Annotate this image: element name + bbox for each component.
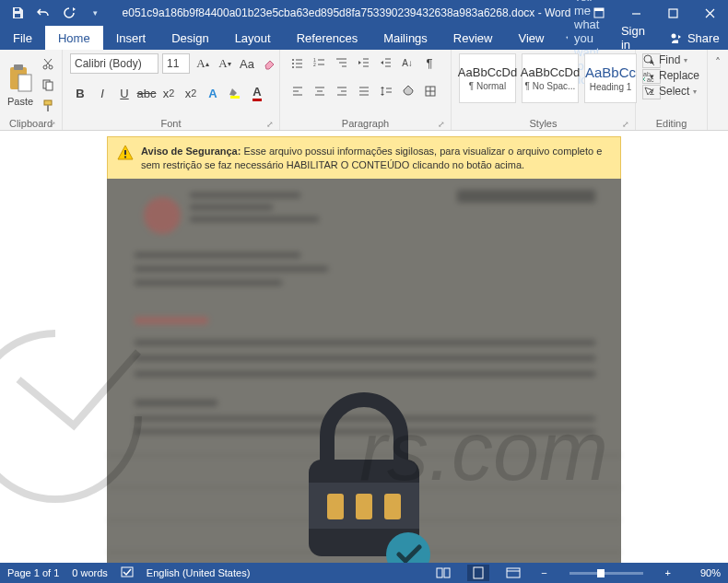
status-bar: Page 1 of 1 0 words English (United Stat… — [0, 563, 728, 583]
increase-indent-button[interactable] — [376, 53, 394, 72]
tab-layout[interactable]: Layout — [222, 26, 284, 50]
font-dialog-launcher[interactable]: ⤢ — [266, 120, 274, 129]
style-heading-1[interactable]: AaBbCcHeading 1 — [584, 53, 637, 103]
copy-button[interactable] — [39, 76, 57, 94]
clear-formatting-button[interactable] — [260, 54, 278, 73]
tab-view[interactable]: View — [505, 26, 557, 50]
svg-point-54 — [644, 55, 652, 63]
strikethrough-button[interactable]: abc — [136, 83, 157, 103]
view-read-mode[interactable] — [432, 565, 454, 581]
document-page[interactable] — [107, 179, 621, 563]
zoom-slider[interactable] — [569, 572, 643, 575]
status-words[interactable]: 0 words — [72, 567, 108, 578]
svg-rect-15 — [47, 105, 49, 111]
format-painter-icon — [41, 99, 54, 112]
minimize-button[interactable] — [617, 0, 654, 26]
tab-mailings[interactable]: Mailings — [370, 26, 440, 50]
sort-button[interactable]: A↓ — [398, 53, 417, 72]
tab-review[interactable]: Review — [440, 26, 506, 50]
lock-icon — [290, 391, 438, 563]
svg-rect-8 — [14, 64, 23, 70]
shading-button[interactable] — [398, 81, 418, 101]
numbering-button[interactable]: 12 — [310, 53, 328, 72]
save-button[interactable] — [6, 2, 29, 24]
underline-button[interactable]: U — [114, 83, 135, 103]
shading-icon — [402, 85, 415, 98]
bullets-button[interactable] — [288, 53, 306, 72]
svg-point-19 — [292, 66, 294, 68]
justify-button[interactable] — [354, 81, 374, 101]
replace-icon: abac — [643, 70, 655, 82]
svg-rect-68 — [437, 568, 442, 577]
share-label: Share — [687, 31, 720, 45]
replace-button[interactable]: abacReplace — [643, 69, 699, 82]
view-web-layout[interactable] — [502, 565, 524, 581]
tab-insert[interactable]: Insert — [103, 26, 159, 50]
tab-file[interactable]: File — [0, 26, 45, 50]
borders-icon — [424, 85, 437, 98]
superscript-button[interactable]: x2 — [181, 83, 201, 103]
ribbon-group-font: Calibri (Body) 11 A▴ A▾ Aa B I U abc x2 … — [63, 50, 280, 130]
shrink-font-button[interactable]: A▾ — [216, 54, 234, 73]
highlight-icon — [229, 87, 241, 99]
align-left-button[interactable] — [288, 81, 308, 101]
highlight-button[interactable] — [225, 83, 245, 103]
font-group-label: Font⤢ — [70, 116, 272, 129]
ribbon-group-styles: AaBbCcDd¶ Normal AaBbCcDd¶ No Spac... Aa… — [452, 50, 636, 130]
redo-button[interactable] — [57, 2, 81, 24]
status-language[interactable]: English (United States) — [147, 567, 251, 578]
font-size-select[interactable]: 11 — [162, 53, 190, 74]
format-painter-button[interactable] — [39, 97, 57, 115]
svg-rect-5 — [669, 9, 677, 17]
svg-rect-16 — [230, 96, 240, 99]
zoom-out-button[interactable]: − — [537, 567, 550, 578]
multilevel-list-button[interactable] — [332, 53, 350, 72]
status-proofing[interactable] — [121, 566, 134, 580]
qat-customize[interactable]: ▾ — [83, 2, 107, 24]
font-family-select[interactable]: Calibri (Body) — [70, 53, 159, 74]
view-print-layout[interactable] — [467, 565, 489, 581]
maximize-button[interactable] — [654, 0, 691, 26]
text-effects-button[interactable]: A — [203, 83, 223, 103]
tab-references[interactable]: References — [284, 26, 370, 50]
select-icon — [643, 86, 655, 98]
paragraph-dialog-launcher[interactable]: ⤢ — [438, 120, 445, 129]
decrease-indent-button[interactable] — [354, 53, 372, 72]
align-right-button[interactable] — [332, 81, 352, 101]
paste-button[interactable]: Paste — [7, 64, 33, 107]
zoom-in-button[interactable]: + — [662, 567, 675, 578]
line-spacing-button[interactable] — [376, 81, 396, 101]
tab-home[interactable]: Home — [45, 26, 103, 50]
clipboard-dialog-launcher[interactable]: ⤢ — [49, 120, 56, 129]
cut-button[interactable] — [39, 54, 57, 73]
tab-design[interactable]: Design — [159, 26, 221, 50]
bold-button[interactable]: B — [70, 83, 90, 103]
style-normal[interactable]: AaBbCcDd¶ Normal — [459, 53, 516, 103]
grow-font-button[interactable]: A▴ — [194, 54, 212, 73]
sign-in-button[interactable]: Sign in — [608, 26, 658, 50]
undo-button[interactable] — [31, 2, 55, 24]
zoom-level[interactable]: 90% — [687, 567, 721, 578]
paragraph-group-label: Paragraph⤢ — [288, 116, 443, 129]
status-page[interactable]: Page 1 of 1 — [7, 567, 59, 578]
show-marks-button[interactable]: ¶ — [420, 53, 439, 72]
window-title: e051c9a186b9f84400a01b23e5cba63ed895d8fa… — [112, 6, 581, 19]
close-button[interactable] — [691, 0, 728, 26]
borders-button[interactable] — [420, 81, 440, 101]
collapse-ribbon-button[interactable]: ˄ — [709, 53, 727, 72]
style-no-spacing[interactable]: AaBbCcDd¶ No Spac... — [522, 53, 579, 103]
find-button[interactable]: Find▾ — [643, 53, 699, 66]
styles-dialog-launcher[interactable]: ⤢ — [622, 120, 629, 129]
select-button[interactable]: Select▾ — [643, 85, 699, 98]
zoom-slider-thumb[interactable] — [597, 569, 605, 577]
tell-me-search[interactable]: Tell me what you want to do... — [557, 26, 607, 50]
subscript-button[interactable]: x2 — [159, 83, 179, 103]
paste-icon — [7, 64, 33, 93]
change-case-button[interactable]: Aa — [238, 54, 256, 73]
italic-button[interactable]: I — [92, 83, 112, 103]
align-center-button[interactable] — [310, 81, 330, 101]
undo-icon — [37, 6, 50, 19]
font-color-button[interactable]: A — [247, 83, 267, 103]
share-button[interactable]: Share — [658, 26, 728, 50]
svg-rect-70 — [474, 567, 483, 578]
